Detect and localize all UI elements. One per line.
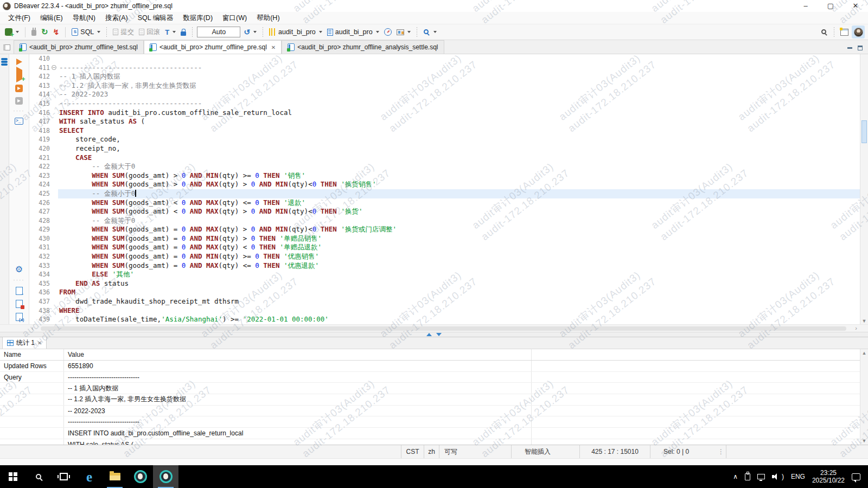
code-line[interactable]: 439 toDateTime(sale_time,'Asia/Shanghai'… <box>29 315 860 324</box>
menu-item[interactable]: 编辑(E) <box>35 14 68 23</box>
table-row[interactable]: WITH sale_status AS ( <box>0 439 868 445</box>
dashboard-button[interactable] <box>382 27 393 37</box>
code-line[interactable]: 426 WHEN SUM(goods_amt) < 0 AND MAX(qty)… <box>29 198 860 208</box>
code-line[interactable]: 429 WHEN SUM(goods_amt) = 0 AND MAX(qty)… <box>29 225 860 234</box>
dropdown-caret-icon[interactable] <box>97 31 100 33</box>
table-row[interactable]: -- 1 插入国内数据 <box>0 383 868 394</box>
table-row[interactable]: Query--------------------------------- <box>0 372 868 383</box>
code-line[interactable]: 413-- 1.2 插入非海一家，非男生女生换货数据 <box>29 81 860 91</box>
code-line[interactable]: 410 <box>29 54 860 63</box>
execute-new-tab-icon[interactable]: + <box>16 70 22 80</box>
code-line[interactable]: 427 WHEN SUM(goods_amt) < 0 AND MAX(qty)… <box>29 207 860 216</box>
file-explorer-button[interactable] <box>102 465 127 488</box>
column-header-name[interactable]: Name <box>0 349 64 360</box>
commit-button[interactable]: 提交 <box>111 27 136 38</box>
tray-expand-icon[interactable]: ∧ <box>733 473 738 480</box>
dropdown-caret-icon[interactable] <box>16 31 19 33</box>
export-script-icon[interactable]: → <box>16 287 23 295</box>
rollback-button[interactable]: 回滚 <box>137 27 162 38</box>
code-line[interactable]: 436FROM <box>29 288 860 297</box>
menu-item[interactable]: 窗口(W) <box>218 14 252 23</box>
code-line[interactable]: 425 -- 金额小于0 <box>29 189 860 198</box>
global-search-button[interactable] <box>819 28 829 37</box>
disconnect-button[interactable] <box>30 27 38 37</box>
code-line[interactable]: 433 WHEN SUM(goods_amt) = 0 AND MAX(qty)… <box>29 261 860 271</box>
code-line[interactable]: 428 -- 金额等于0 <box>29 216 860 226</box>
table-row[interactable]: INSERT INTO audit_bi_pro.custom_offline_… <box>0 428 868 439</box>
sash-up-icon[interactable] <box>426 333 432 336</box>
maximize-view-icon[interactable] <box>858 46 863 50</box>
execute-statement-icon[interactable] <box>16 59 22 65</box>
menu-item[interactable]: 导航(N) <box>68 14 100 23</box>
scroll-down-icon[interactable]: ▼ <box>860 438 868 444</box>
save-file-icon[interactable] <box>16 300 23 308</box>
editor-pane-icon[interactable] <box>3 44 10 50</box>
commit-mode-combo[interactable]: Auto <box>197 27 240 37</box>
user-profile-button[interactable] <box>852 25 865 38</box>
settings-gear-icon[interactable]: ⚙ <box>15 265 23 274</box>
notification-center-icon[interactable] <box>852 473 860 480</box>
code-line[interactable]: 422 -- 金额大于0 <box>29 162 860 171</box>
dropdown-caret-icon[interactable] <box>173 31 176 33</box>
table-row[interactable]: -- 1.2 插入非海一家, 非男生女生换货数据 <box>0 394 868 406</box>
usb-icon[interactable] <box>745 473 750 480</box>
menu-item[interactable]: 搜索(A) <box>100 14 133 23</box>
menu-item[interactable]: 帮助(H) <box>252 14 284 23</box>
dropdown-caret-icon[interactable] <box>407 31 411 33</box>
dropdown-caret-icon[interactable] <box>376 31 379 33</box>
code-line[interactable]: 431 WHEN SUM(goods_amt) = 0 AND MAX(qty)… <box>29 243 860 252</box>
sash-down-icon[interactable] <box>436 333 442 336</box>
code-line[interactable]: 415----------------------------------- <box>29 99 860 108</box>
transaction-mode-button[interactable]: T <box>163 27 177 37</box>
tab-close-icon[interactable]: ✕ <box>271 44 276 50</box>
caret-position-indicator[interactable]: 425 : 17 : 15010 <box>579 445 650 458</box>
menu-item[interactable]: 数据库(D) <box>178 14 218 23</box>
sql-editor-button[interactable]: SSQL <box>70 27 102 37</box>
task-view-button[interactable] <box>51 465 76 488</box>
menu-item[interactable]: SQL 编辑器 <box>133 14 178 23</box>
code-line[interactable]: 417WITH sale_status AS ( <box>29 117 860 126</box>
scroll-up-icon[interactable]: ▲ <box>860 350 868 356</box>
network-icon[interactable] <box>757 474 765 479</box>
table-row[interactable]: -- 2022-2023 <box>0 406 868 417</box>
column-header-value[interactable]: Value <box>64 349 532 360</box>
close-button[interactable]: ✕ <box>843 0 868 12</box>
tab-close-icon[interactable]: ✕ <box>37 340 42 346</box>
code-line[interactable]: 423 WHEN SUM(goods_amt) > 0 AND MIN(qty)… <box>29 171 860 181</box>
code-line[interactable]: 421 CASE <box>29 153 860 163</box>
minimize-button[interactable]: – <box>793 0 818 12</box>
code-line[interactable]: 411–----------------------------------- <box>29 63 860 73</box>
script-variables-icon[interactable]: (x) <box>16 313 23 321</box>
panel-vertical-scrollbar[interactable]: ▲ ▼ <box>860 349 868 445</box>
taskbar-search-button[interactable] <box>25 465 51 488</box>
explain-plan-icon[interactable] <box>15 97 23 105</box>
editor-tab[interactable]: <audit_bi_pro> zhumr_offline_pre.sql✕ <box>144 40 282 54</box>
internet-explorer-button[interactable]: e <box>76 465 102 488</box>
tasks-button[interactable] <box>395 28 412 36</box>
dropdown-caret-icon[interactable] <box>319 31 322 33</box>
code-line[interactable]: 434 ELSE '其他' <box>29 270 860 279</box>
panel-sash[interactable] <box>0 332 868 337</box>
collapse-icon[interactable]: – <box>52 65 56 70</box>
sql-code-editor[interactable]: 410411–---------------------------------… <box>29 54 860 324</box>
dbeaver-active-taskbar-button[interactable] <box>153 465 178 488</box>
table-row[interactable]: Updated Rows6551890 <box>0 361 868 372</box>
code-line[interactable]: 416INSERT INTO audit_bi_pro.custom_offli… <box>29 108 860 118</box>
code-line[interactable]: 424 WHEN SUM(goods_amt) > 0 AND MAX(qty)… <box>29 180 860 189</box>
clock[interactable]: 23:252025/10/22 <box>812 469 845 484</box>
new-connection-button[interactable] <box>3 27 21 37</box>
database-navigator-icon[interactable] <box>1 58 8 66</box>
scroll-right-icon[interactable]: › <box>855 325 857 331</box>
insert-mode-indicator[interactable]: 智能插入 <box>511 445 579 458</box>
maximize-button[interactable]: ▢ <box>818 0 843 12</box>
code-line[interactable]: 435 END AS status <box>29 279 860 288</box>
editor-vertical-scrollbar[interactable]: ▼ <box>860 54 868 324</box>
editor-tab[interactable]: <audit_bi_pro> zhumr_offline_analysis_se… <box>282 40 444 54</box>
query-history-button[interactable]: ↺ <box>242 27 258 37</box>
execute-script-icon[interactable] <box>15 85 23 92</box>
scroll-left-icon[interactable]: ‹ <box>31 325 34 331</box>
dbeaver-taskbar-button[interactable] <box>127 465 153 488</box>
input-language-indicator[interactable]: ENG <box>791 473 805 480</box>
schema-selector[interactable]: audit_bi_pro <box>326 27 381 37</box>
code-line[interactable]: 418SELECT <box>29 126 860 136</box>
